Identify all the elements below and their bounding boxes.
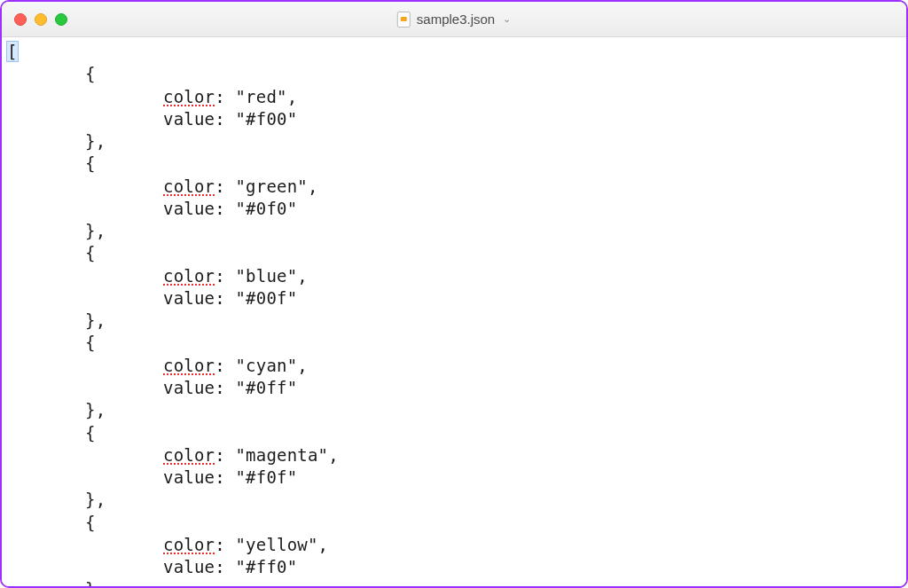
value-hex: value: "#0f0" <box>163 199 297 218</box>
brace-open: { <box>85 513 96 532</box>
zoom-icon[interactable] <box>55 13 67 26</box>
value-color: : "yellow", <box>215 535 328 554</box>
titlebar[interactable]: sample3.json ⌄ <box>2 2 906 37</box>
key-color: color <box>163 535 215 554</box>
key-color: color <box>163 87 215 106</box>
code-line: color: "blue", <box>7 265 901 287</box>
code-line: }, <box>7 130 901 153</box>
minimize-icon[interactable] <box>35 13 47 26</box>
brace-open: { <box>85 423 96 443</box>
filename: sample3.json <box>417 12 495 27</box>
value-color: : "green", <box>215 176 317 196</box>
value-color: : "red", <box>215 87 297 106</box>
key-color: color <box>163 266 215 286</box>
close-icon[interactable] <box>14 13 27 26</box>
brace-open: { <box>85 333 96 352</box>
brace-close: }, <box>85 579 106 586</box>
code-line: value: "#f0f" <box>7 466 901 489</box>
key-color: color <box>163 356 215 375</box>
file-icon <box>397 12 411 27</box>
brace-open: { <box>85 243 96 263</box>
key-color: color <box>163 176 215 196</box>
code-line: value: "#f00" <box>7 108 901 130</box>
title-dropdown[interactable]: sample3.json ⌄ <box>397 12 511 27</box>
code-line: }, <box>7 310 901 332</box>
code-line: }, <box>7 489 901 511</box>
open-bracket: [ <box>7 42 18 61</box>
key-color: color <box>163 445 215 465</box>
code-line: color: "red", <box>7 86 901 108</box>
value-hex: value: "#f0f" <box>163 467 297 487</box>
code-line: }, <box>7 399 901 421</box>
code-line: { <box>7 512 901 534</box>
brace-close: }, <box>85 131 106 151</box>
traffic-lights <box>14 13 67 26</box>
code-line: { <box>7 422 901 444</box>
code-line: { <box>7 153 901 175</box>
value-hex: value: "#ff0" <box>163 557 297 576</box>
code-line: value: "#00f" <box>7 287 901 310</box>
code-line: { <box>7 63 901 85</box>
code-line: value: "#ff0" <box>7 556 901 578</box>
brace-close: }, <box>85 400 106 419</box>
brace-close: }, <box>85 310 106 330</box>
editor-window: sample3.json ⌄ [{color: "red",value: "#f… <box>0 0 908 588</box>
brace-close: }, <box>85 221 106 240</box>
code-line: color: "cyan", <box>7 355 901 377</box>
value-hex: value: "#00f" <box>163 288 297 308</box>
value-color: : "magenta", <box>215 445 339 465</box>
code-line: { <box>7 332 901 354</box>
code-line: color: "green", <box>7 176 901 198</box>
chevron-down-icon: ⌄ <box>503 13 511 25</box>
code-editor[interactable]: [{color: "red",value: "#f00"},{color: "g… <box>2 37 906 586</box>
code-line: { <box>7 242 901 264</box>
code-line: color: "magenta", <box>7 444 901 466</box>
value-hex: value: "#f00" <box>163 109 297 129</box>
code-line: }, <box>7 220 901 242</box>
code-line: color: "yellow", <box>7 534 901 556</box>
code-line: value: "#0ff" <box>7 377 901 399</box>
brace-open: { <box>85 64 96 83</box>
brace-close: }, <box>85 490 106 509</box>
code-line: [ <box>7 41 901 63</box>
brace-open: { <box>85 153 96 173</box>
code-line: value: "#0f0" <box>7 198 901 220</box>
value-color: : "blue", <box>215 266 308 286</box>
value-hex: value: "#0ff" <box>163 378 297 397</box>
value-color: : "cyan", <box>215 356 308 375</box>
code-line: }, <box>7 578 901 586</box>
